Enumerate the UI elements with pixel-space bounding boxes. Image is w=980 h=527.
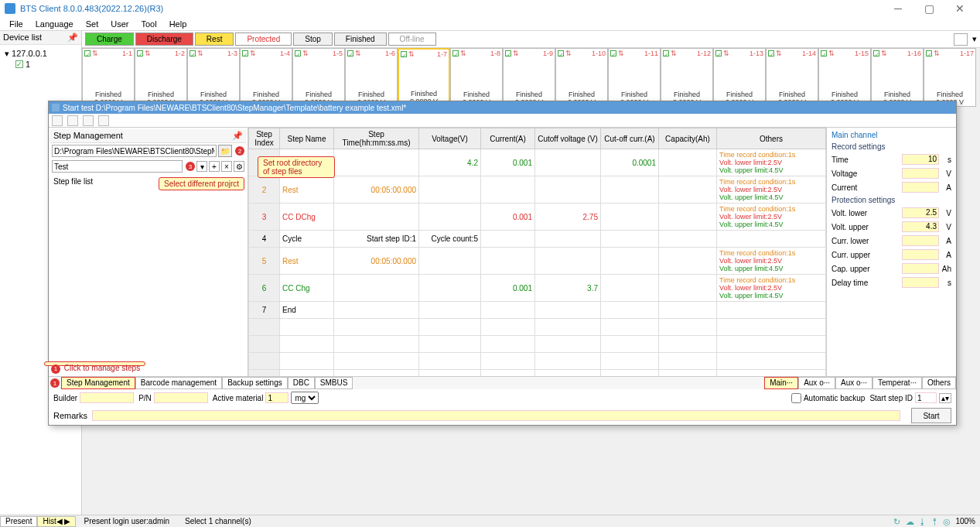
tab-step-management[interactable]: Step Management: [61, 377, 135, 389]
tab-backup[interactable]: Backup settings: [222, 377, 288, 389]
tab-aux2[interactable]: Aux o···: [835, 377, 872, 389]
tab-hist[interactable]: Hist ◀ ▶: [37, 516, 76, 527]
sb-upload-icon[interactable]: ⭱: [930, 517, 940, 526]
step-row[interactable]: 1CC Chg4.20.0010.0001Time record conditi…: [249, 149, 826, 176]
tree-channel[interactable]: ✓1: [5, 60, 77, 69]
grid-header[interactable]: Capacity(Ah): [659, 128, 717, 149]
step-row-empty[interactable]: [249, 336, 826, 353]
channel-check-icon[interactable]: [452, 50, 459, 56]
channel-check-icon[interactable]: [137, 50, 143, 56]
tab-others[interactable]: Others: [922, 377, 956, 389]
tab-smbus[interactable]: SMBUS: [315, 377, 353, 389]
step-row[interactable]: 2Rest00:05:00.000Time record condition:1…: [249, 176, 826, 204]
channel-check-icon[interactable]: [505, 50, 511, 56]
channel-cell[interactable]: ⇅1-8Finished0.0000 V: [450, 48, 503, 107]
tab-temperature[interactable]: Temperat···: [872, 377, 922, 389]
step-row[interactable]: 3CC DChg0.0012.75Time record condition:1…: [249, 204, 826, 231]
active-material-unit[interactable]: mg: [291, 392, 319, 404]
legend-protected[interactable]: Protected: [235, 33, 292, 46]
active-material-input[interactable]: [265, 392, 289, 403]
mc-row-value[interactable]: [902, 249, 939, 260]
maximize-button[interactable]: ▢: [913, 0, 944, 17]
close-button[interactable]: ✕: [944, 0, 975, 17]
channel-cell[interactable]: ⇅1-13Finished0.0000 V: [713, 48, 766, 107]
layout-icon[interactable]: [954, 33, 968, 46]
sb-download-icon[interactable]: ⭳: [918, 517, 927, 526]
channel-check-icon[interactable]: [401, 51, 407, 57]
step-row[interactable]: 7End: [249, 302, 826, 319]
mc-row-value[interactable]: 10: [902, 154, 939, 165]
project-add-icon[interactable]: +: [209, 161, 220, 172]
menu-help[interactable]: Help: [163, 19, 193, 29]
grid-header[interactable]: Step Name: [280, 128, 334, 149]
channel-check-icon[interactable]: [242, 50, 248, 56]
mc-row-value[interactable]: [902, 235, 939, 246]
tab-main[interactable]: Main···: [764, 377, 798, 389]
channel-check-icon[interactable]: [926, 50, 932, 56]
menu-language[interactable]: Language: [29, 19, 80, 29]
grid-header[interactable]: Cutoff voltage (V): [535, 128, 601, 149]
menu-set[interactable]: Set: [80, 19, 105, 29]
channel-cell[interactable]: ⇅1-5Finished0.0000 V: [292, 48, 345, 107]
mc-row-value[interactable]: [902, 182, 939, 193]
channel-cell[interactable]: ⇅1-9Finished0.0000 V: [503, 48, 555, 107]
remarks-input[interactable]: [92, 410, 900, 421]
step-row[interactable]: 5Rest00:05:00.000Time record condition:1…: [249, 248, 826, 275]
tree-root[interactable]: ▾ 127.0.0.1: [5, 48, 77, 60]
tb-save-icon[interactable]: [83, 115, 94, 126]
tab-present[interactable]: Present: [0, 516, 37, 527]
menu-user[interactable]: User: [104, 19, 135, 29]
step-row-empty[interactable]: [249, 319, 826, 336]
channel-cell[interactable]: ⇅1-11Finished0.0000 V: [608, 48, 661, 107]
start-button[interactable]: Start: [911, 408, 951, 423]
mc-row-value[interactable]: 2.5: [902, 207, 939, 218]
sb-target-icon[interactable]: ◎: [943, 517, 952, 526]
start-step-id-input[interactable]: [915, 392, 937, 403]
menu-tool[interactable]: Tool: [135, 19, 162, 29]
steps-grid[interactable]: Step IndexStep NameStep Time(hh:mm:ss.ms…: [248, 128, 826, 376]
channel-check-icon[interactable]: [768, 50, 774, 56]
channel-cell[interactable]: ⇅1-15Finished0.0000 V: [818, 48, 871, 107]
tb-copy-icon[interactable]: [98, 115, 109, 126]
channel-check-icon[interactable]: [347, 50, 353, 56]
channel-cell[interactable]: ⇅1-2Finished0.0000 V: [135, 48, 187, 107]
channel-check-icon[interactable]: [190, 50, 196, 56]
tab-dbc[interactable]: DBC: [288, 377, 315, 389]
pin-icon[interactable]: 📌: [67, 33, 78, 43]
menu-file[interactable]: File: [3, 19, 29, 29]
channel-check-icon[interactable]: [663, 50, 669, 56]
step-row[interactable]: 4CycleStart step ID:1Cycle count:5: [249, 231, 826, 248]
tab-aux1[interactable]: Aux o···: [798, 377, 835, 389]
pn-input[interactable]: [154, 392, 208, 403]
builder-input[interactable]: [80, 392, 134, 403]
step-row-empty[interactable]: [249, 353, 826, 370]
pin-icon[interactable]: 📌: [232, 131, 243, 141]
auto-backup-checkbox[interactable]: [791, 393, 801, 403]
project-dropdown-icon[interactable]: ▾: [196, 161, 207, 172]
tb-open-icon[interactable]: [67, 115, 78, 126]
channel-cell[interactable]: ⇅1-16Finished0.0000 V: [871, 48, 924, 107]
sb-sync-icon[interactable]: ↻: [893, 517, 903, 526]
stepper-icon[interactable]: ▴▾: [939, 393, 951, 403]
grid-header[interactable]: Others: [717, 128, 826, 149]
hist-nav-icon[interactable]: ◀ ▶: [56, 517, 71, 525]
mc-row-value[interactable]: [902, 263, 939, 274]
dialog-title-bar[interactable]: Start test D:\Program Files\NEWARE\BTSCl…: [49, 101, 956, 114]
channel-cell[interactable]: ⇅1-1Finished0.0000 V: [82, 48, 135, 107]
channel-check-icon[interactable]: [558, 50, 564, 56]
mc-row-value[interactable]: [902, 277, 939, 288]
legend-rest[interactable]: Rest: [195, 33, 234, 46]
legend-stop[interactable]: Stop: [293, 33, 333, 46]
channel-cell[interactable]: ⇅1-14Finished0.0000 V: [766, 48, 818, 107]
channel-cell[interactable]: ⇅1-10Finished0.0000 V: [555, 48, 608, 107]
grid-header[interactable]: Voltage(V): [419, 128, 481, 149]
step-row[interactable]: 6CC Chg0.0013.7Time record condition:1sV…: [249, 275, 826, 302]
legend-finished[interactable]: Finished: [334, 33, 387, 46]
legend-discharge[interactable]: Discharge: [135, 33, 193, 46]
grid-header[interactable]: Step Time(hh:mm:ss.ms): [334, 128, 419, 149]
tb-new-icon[interactable]: [52, 115, 63, 126]
sb-cloud-icon[interactable]: ☁: [906, 517, 915, 526]
channel-cell[interactable]: ⇅1-7Finished0.0000 V: [398, 48, 450, 107]
channel-check-icon[interactable]: [610, 50, 616, 56]
channel-check-icon[interactable]: [295, 50, 301, 56]
